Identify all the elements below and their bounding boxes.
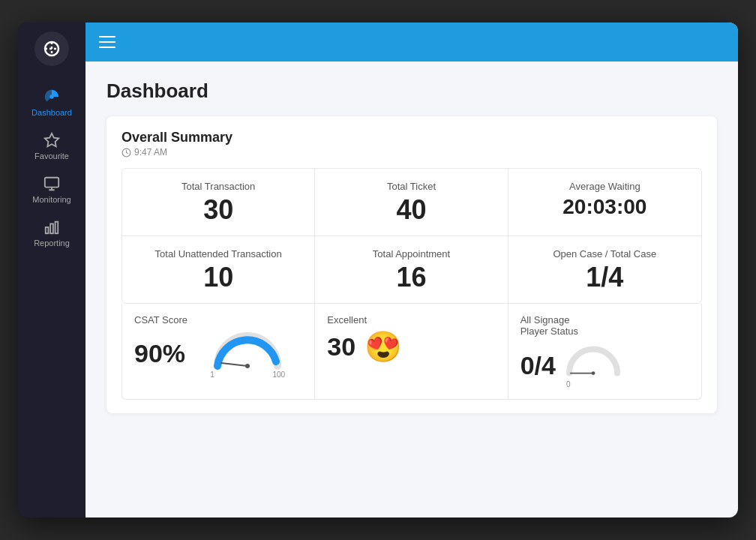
chart-pie-icon <box>44 88 60 105</box>
monitor-icon <box>44 176 60 192</box>
svg-rect-5 <box>45 178 58 188</box>
stat-total-appointment: Total Appointment 16 <box>315 236 508 303</box>
stat-total-ticket: Total Ticket 40 <box>315 169 508 236</box>
stat-total-unattended: Total Unattended Transaction 10 <box>122 236 315 303</box>
summary-time: 9:47 AM <box>122 147 702 158</box>
stats-grid: Total Transaction 30 Total Ticket 40 Ave… <box>122 168 702 304</box>
stat-open-case: Open Case / Total Case 1/4 <box>508 236 701 303</box>
sidebar-item-monitoring[interactable]: Monitoring <box>18 168 86 212</box>
bar-chart-icon <box>44 219 60 236</box>
excellent-emoji: 😍 <box>364 332 402 362</box>
summary-header: Overall Summary 9:47 AM <box>122 130 702 158</box>
excellent-cell: Excellent 30 😍 <box>315 304 508 399</box>
sidebar-item-dashboard[interactable]: Dashboard <box>18 81 86 124</box>
svg-rect-10 <box>56 222 58 234</box>
csat-gauge <box>210 328 285 370</box>
logo <box>34 32 69 66</box>
topbar <box>86 22 738 62</box>
bottom-stats-row: CSAT Score 90% <box>122 304 702 400</box>
signage-gauge <box>563 343 623 377</box>
sidebar-item-label: Monitoring <box>32 195 70 204</box>
summary-title: Overall Summary <box>122 130 702 146</box>
summary-card: Overall Summary 9:47 AM Total Transactio… <box>106 116 717 413</box>
svg-marker-4 <box>45 134 58 146</box>
logo-icon <box>43 40 61 58</box>
svg-rect-8 <box>46 227 49 233</box>
sidebar-item-label: Reporting <box>34 238 70 248</box>
hamburger-button[interactable] <box>99 36 116 48</box>
csat-cell: CSAT Score 90% <box>122 304 315 399</box>
sidebar: Dashboard Favourite Monitoring Reporting <box>18 22 86 518</box>
svg-point-3 <box>50 94 54 99</box>
signage-cell: All Signage Player Status 0/4 <box>508 304 701 399</box>
content-area: Dashboard Overall Summary 9:47 AM <box>86 62 738 518</box>
svg-line-12 <box>221 363 248 366</box>
device-frame: Dashboard Favourite Monitoring Reporting <box>18 22 738 518</box>
sidebar-item-favourite[interactable]: Favourite <box>18 124 86 168</box>
star-icon <box>44 132 60 148</box>
svg-point-15 <box>592 371 596 375</box>
svg-point-13 <box>245 364 250 368</box>
sidebar-item-label: Dashboard <box>32 108 72 117</box>
clock-icon <box>122 148 131 158</box>
stat-total-transaction: Total Transaction 30 <box>122 169 315 236</box>
stat-average-waiting: Average Waiting 20:03:00 <box>508 169 701 236</box>
main-area: Dashboard Overall Summary 9:47 AM <box>86 22 738 518</box>
sidebar-item-reporting[interactable]: Reporting <box>18 212 86 255</box>
svg-rect-9 <box>50 224 53 233</box>
sidebar-item-label: Favourite <box>34 152 69 160</box>
page-title: Dashboard <box>106 80 717 103</box>
